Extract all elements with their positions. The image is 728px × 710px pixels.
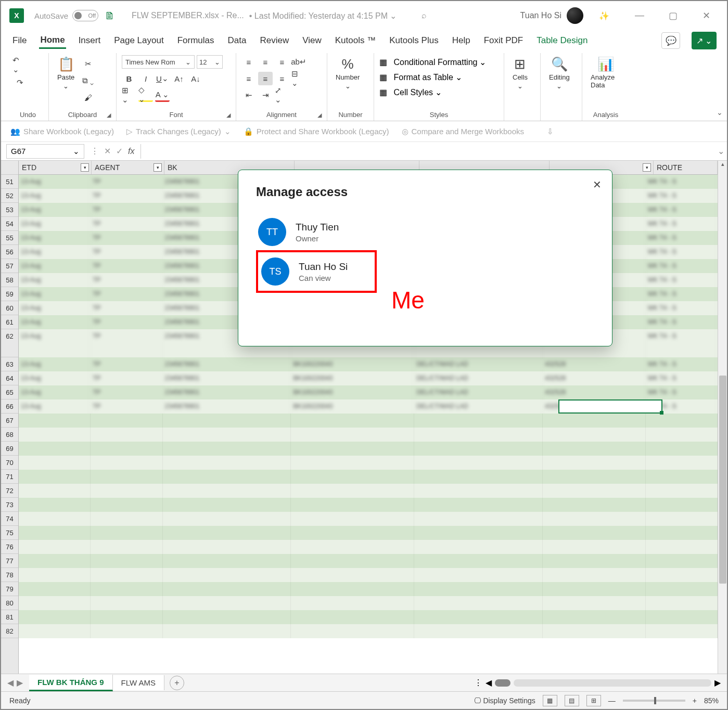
decrease-font-icon[interactable]: A↓ <box>188 72 203 85</box>
cell[interactable] <box>414 568 543 582</box>
cell[interactable]: DEL/CT/MAD LAD <box>414 385 543 399</box>
display-settings-button[interactable]: 🖵 Display Settings <box>474 696 535 705</box>
cell[interactable]: 13-Aug <box>19 329 91 357</box>
cell[interactable] <box>646 540 718 554</box>
cell[interactable] <box>19 526 91 540</box>
cell[interactable] <box>163 414 291 428</box>
row-header[interactable]: 71 <box>1 470 18 484</box>
track-changes-legacy[interactable]: ▷ Track Changes (Legacy) ⌄ <box>126 127 231 136</box>
new-sheet-button[interactable]: + <box>170 676 184 690</box>
row-header[interactable]: 73 <box>1 498 18 512</box>
minimize-button[interactable]: — <box>629 10 650 21</box>
cell[interactable] <box>414 512 543 526</box>
cell[interactable] <box>91 596 162 610</box>
cell[interactable]: 13-Aug <box>19 385 91 399</box>
cell[interactable]: TP <box>91 301 162 315</box>
cell[interactable]: TP <box>91 329 162 357</box>
vertical-scrollbar[interactable]: ▴ <box>718 161 727 676</box>
sheet-divider-icon[interactable]: ⋮ <box>474 678 482 688</box>
cell[interactable]: 13-Aug <box>19 259 91 273</box>
font-color-button[interactable]: A ⌄ <box>155 88 170 102</box>
document-title[interactable]: FLW SEPTEMBER.xlsx - Re... <box>132 11 244 20</box>
cell[interactable] <box>163 624 291 638</box>
number-format-button[interactable]: % Number⌄ <box>333 55 363 91</box>
cell[interactable] <box>543 498 646 512</box>
share-workbook-legacy[interactable]: 👥 Share Workbook (Legacy) <box>10 127 114 136</box>
name-box[interactable]: G67⌄ <box>6 144 84 159</box>
maximize-button[interactable]: ▢ <box>662 10 683 21</box>
cell[interactable] <box>91 456 162 470</box>
page-layout-view-button[interactable]: ▤ <box>565 695 579 706</box>
conditional-formatting-button[interactable]: ▦ Conditional Formatting ⌄ <box>379 57 486 67</box>
cell[interactable] <box>543 582 646 596</box>
insert-function-icon[interactable]: fx <box>128 147 134 156</box>
column-header-etd[interactable]: ETD▾ <box>19 161 92 174</box>
cell[interactable] <box>414 624 543 638</box>
cell[interactable] <box>291 470 414 484</box>
cell[interactable] <box>646 610 718 624</box>
cell[interactable]: DEL/CT/MAD LAD <box>414 371 543 385</box>
tab-table-design[interactable]: Table Design <box>535 33 589 48</box>
row-header[interactable]: 67 <box>1 414 18 428</box>
cell[interactable]: TP <box>91 189 162 203</box>
cell[interactable] <box>646 512 718 526</box>
cell[interactable] <box>91 428 162 442</box>
cell[interactable]: TP <box>91 399 162 414</box>
cell[interactable] <box>291 568 414 582</box>
cell[interactable] <box>163 596 291 610</box>
cell[interactable]: WK T4 - S <box>646 385 718 399</box>
cell[interactable] <box>646 596 718 610</box>
cell[interactable]: WK T4 - S <box>646 189 718 203</box>
cell[interactable] <box>19 624 91 638</box>
format-as-table-button[interactable]: ▦ Format as Table ⌄ <box>379 72 462 82</box>
cell[interactable] <box>291 442 414 456</box>
row-header[interactable]: 58 <box>1 273 18 287</box>
sheet-tab[interactable]: FLW AMS <box>113 675 164 690</box>
customize-quick-access[interactable]: ⇩ <box>547 127 554 136</box>
cell[interactable] <box>414 414 543 428</box>
cell[interactable] <box>543 414 646 428</box>
cell[interactable]: 13-Aug <box>19 315 91 329</box>
cell[interactable] <box>291 624 414 638</box>
sheet-nav-next[interactable]: ▶ <box>17 678 23 688</box>
cell[interactable]: TP <box>91 357 162 371</box>
cell[interactable] <box>543 456 646 470</box>
cell[interactable]: TP <box>91 245 162 259</box>
cell[interactable] <box>163 428 291 442</box>
cell[interactable] <box>163 470 291 484</box>
wrap-text-icon[interactable]: ab↵ <box>291 55 306 69</box>
align-bottom-icon[interactable]: ≡ <box>275 55 289 69</box>
redo-icon[interactable]: ↷ <box>12 76 27 89</box>
cell[interactable] <box>163 540 291 554</box>
row-header[interactable]: 60 <box>1 301 18 315</box>
tab-file[interactable]: File <box>11 33 28 48</box>
tab-formulas[interactable]: Formulas <box>176 33 215 48</box>
cell[interactable] <box>91 414 162 428</box>
save-icon[interactable]: 🗎 <box>103 9 117 22</box>
cell[interactable] <box>91 498 162 512</box>
cell[interactable] <box>19 512 91 526</box>
last-modified[interactable]: • Last Modified: Yesterday at 4:15 PM ⌄ <box>249 11 397 21</box>
close-dialog-button[interactable]: ✕ <box>593 178 602 191</box>
cell[interactable]: BK100220043 <box>291 357 414 371</box>
filter-icon[interactable]: ▾ <box>81 163 89 172</box>
cell[interactable] <box>414 442 543 456</box>
tab-data[interactable]: Data <box>227 33 248 48</box>
cell[interactable] <box>543 540 646 554</box>
tab-kutools[interactable]: Kutools ™ <box>334 33 377 48</box>
row-header[interactable]: 81 <box>1 610 18 624</box>
cell[interactable] <box>163 498 291 512</box>
page-break-view-button[interactable]: ⊞ <box>586 695 601 706</box>
row-header[interactable]: 69 <box>1 442 18 456</box>
cell[interactable]: DEL/CT/MAD LAD <box>414 357 543 371</box>
cell[interactable]: 13-Aug <box>19 245 91 259</box>
cell[interactable] <box>543 526 646 540</box>
cell[interactable] <box>163 456 291 470</box>
enter-formula-icon[interactable]: ✓ <box>116 146 123 156</box>
cell[interactable]: WK T4 - S <box>646 245 718 259</box>
cell[interactable] <box>19 610 91 624</box>
bold-button[interactable]: B <box>122 72 136 85</box>
row-header[interactable]: 78 <box>1 568 18 582</box>
row-header[interactable]: 63 <box>1 357 18 371</box>
cell[interactable]: 432528 <box>543 371 646 385</box>
